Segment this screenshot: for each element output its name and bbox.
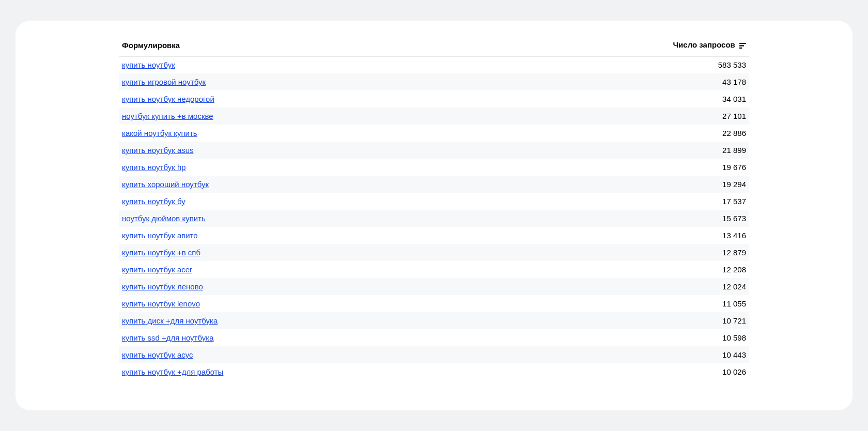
table-row: купить ноутбук asus21 899 (119, 142, 749, 159)
query-link[interactable]: ноутбук купить +в москве (122, 112, 213, 120)
count-cell: 10 443 (482, 346, 749, 363)
query-cell: купить диск +для ноутбука (119, 312, 482, 329)
count-cell: 34 031 (482, 90, 749, 107)
query-cell: какой ноутбук купить (119, 125, 482, 142)
table-row: купить ssd +для ноутбука10 598 (119, 329, 749, 346)
table-row: купить ноутбук583 533 (119, 56, 749, 73)
count-cell: 12 024 (482, 278, 749, 295)
query-link[interactable]: купить ноутбук леново (122, 282, 203, 291)
count-cell: 15 673 (482, 210, 749, 227)
table-row: купить ноутбук асус10 443 (119, 346, 749, 363)
query-link[interactable]: купить ssd +для ноутбука (122, 333, 213, 342)
table-row: купить ноутбук hp19 676 (119, 159, 749, 176)
query-cell: купить ноутбук бу (119, 193, 482, 210)
count-cell: 13 416 (482, 227, 749, 244)
count-cell: 19 676 (482, 159, 749, 176)
count-cell: 17 537 (482, 193, 749, 210)
query-link[interactable]: купить ноутбук +в спб (122, 248, 200, 257)
query-link[interactable]: купить ноутбук hp (122, 163, 186, 172)
query-cell: купить ноутбук асус (119, 346, 482, 363)
query-link[interactable]: купить ноутбук acer (122, 265, 192, 274)
table-row: купить ноутбук недорогой34 031 (119, 90, 749, 107)
query-cell: купить ssd +для ноутбука (119, 329, 482, 346)
query-link[interactable]: купить ноутбук авито (122, 231, 198, 240)
query-cell: купить ноутбук lenovo (119, 295, 482, 312)
query-link[interactable]: купить ноутбук бу (122, 197, 185, 206)
query-link[interactable]: какой ноутбук купить (122, 129, 197, 137)
table-row: купить игровой ноутбук43 178 (119, 73, 749, 90)
count-cell: 21 899 (482, 142, 749, 159)
query-cell: купить ноутбук +для работы (119, 363, 482, 380)
table-row: купить ноутбук lenovo11 055 (119, 295, 749, 312)
column-header-query-label: Формулировка (122, 41, 180, 50)
query-cell: ноутбук купить +в москве (119, 107, 482, 125)
column-header-count[interactable]: Число запросов (482, 35, 749, 56)
query-link[interactable]: ноутбук дюймов купить (122, 214, 206, 223)
table-row: ноутбук дюймов купить15 673 (119, 210, 749, 227)
table-row: ноутбук купить +в москве27 101 (119, 107, 749, 125)
table-row: купить ноутбук леново12 024 (119, 278, 749, 295)
table-row: купить ноутбук +в спб12 879 (119, 244, 749, 261)
svg-rect-2 (739, 47, 742, 48)
query-link[interactable]: купить ноутбук асус (122, 350, 193, 359)
table-row: купить ноутбук бу17 537 (119, 193, 749, 210)
query-cell: купить ноутбук авито (119, 227, 482, 244)
query-link[interactable]: купить ноутбук asus (122, 146, 194, 155)
query-link[interactable]: купить ноутбук lenovo (122, 299, 200, 308)
count-cell: 19 294 (482, 176, 749, 193)
column-header-count-label: Число запросов (673, 40, 735, 49)
query-link[interactable]: купить игровой ноутбук (122, 78, 206, 86)
table-row: какой ноутбук купить22 886 (119, 125, 749, 142)
svg-rect-0 (739, 43, 746, 44)
sort-desc-icon (739, 41, 746, 50)
table-row: купить ноутбук авито13 416 (119, 227, 749, 244)
query-cell: купить игровой ноутбук (119, 73, 482, 90)
keywords-table: Формулировка Число запросов купить ноутб… (119, 35, 749, 380)
svg-rect-1 (739, 45, 744, 46)
query-cell: купить ноутбук леново (119, 278, 482, 295)
results-card: Формулировка Число запросов купить ноутб… (16, 21, 853, 410)
query-cell: купить ноутбук +в спб (119, 244, 482, 261)
count-cell: 583 533 (482, 56, 749, 73)
query-link[interactable]: купить хороший ноутбук (122, 180, 209, 189)
table-row: купить ноутбук +для работы10 026 (119, 363, 749, 380)
query-cell: купить ноутбук hp (119, 159, 482, 176)
query-cell: купить ноутбук acer (119, 261, 482, 278)
query-cell: купить ноутбук недорогой (119, 90, 482, 107)
count-cell: 10 026 (482, 363, 749, 380)
count-cell: 43 178 (482, 73, 749, 90)
query-cell: купить ноутбук asus (119, 142, 482, 159)
count-cell: 22 886 (482, 125, 749, 142)
query-cell: купить ноутбук (119, 56, 482, 73)
query-cell: купить хороший ноутбук (119, 176, 482, 193)
count-cell: 12 879 (482, 244, 749, 261)
count-cell: 11 055 (482, 295, 749, 312)
query-cell: ноутбук дюймов купить (119, 210, 482, 227)
table-row: купить хороший ноутбук19 294 (119, 176, 749, 193)
table-row: купить диск +для ноутбука10 721 (119, 312, 749, 329)
count-cell: 12 208 (482, 261, 749, 278)
count-cell: 27 101 (482, 107, 749, 125)
query-link[interactable]: купить ноутбук недорогой (122, 95, 214, 103)
query-link[interactable]: купить ноутбук +для работы (122, 367, 223, 376)
count-cell: 10 598 (482, 329, 749, 346)
column-header-query[interactable]: Формулировка (119, 35, 482, 56)
table-row: купить ноутбук acer12 208 (119, 261, 749, 278)
query-link[interactable]: купить ноутбук (122, 60, 175, 69)
query-link[interactable]: купить диск +для ноутбука (122, 316, 218, 325)
count-cell: 10 721 (482, 312, 749, 329)
